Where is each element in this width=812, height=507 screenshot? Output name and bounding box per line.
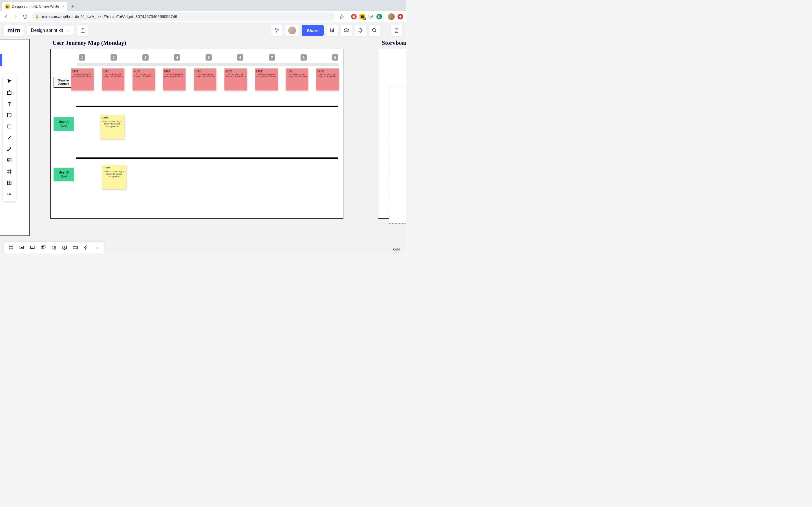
sticky-note-pink[interactable]: STEPstart workshop with designers & faci… bbox=[255, 68, 278, 91]
frames-panel-button[interactable] bbox=[6, 243, 16, 252]
frame-journey-map[interactable]: 1 2 3 4 5 6 7 8 9 Steps in Journey STEPs… bbox=[50, 49, 343, 219]
sticky-tag: STEP bbox=[103, 69, 123, 72]
sticky-tag: HMW bbox=[101, 116, 123, 119]
cards-button[interactable] bbox=[38, 243, 48, 252]
comment-tool[interactable] bbox=[4, 155, 14, 165]
presentation-button[interactable] bbox=[17, 243, 27, 252]
arrow-tool[interactable] bbox=[4, 133, 14, 143]
lock-icon: 🔒 bbox=[35, 15, 39, 18]
board-title-wrap[interactable]: Design sprint kit ☆ bbox=[27, 25, 74, 36]
notifications-button[interactable] bbox=[355, 25, 366, 36]
sticky-note-yellow[interactable]: HMW make miro an integral part of the de… bbox=[100, 115, 124, 139]
sticky-row: STEPstart workshop with designers & faci… bbox=[71, 68, 339, 91]
sticky-note-pink[interactable]: STEPstart workshop with designers & faci… bbox=[286, 68, 308, 91]
sticky-body: start workshop with designers & facilita… bbox=[317, 73, 338, 77]
grid-tool[interactable] bbox=[4, 178, 14, 188]
dashed-placeholder[interactable] bbox=[389, 86, 406, 224]
back-button[interactable] bbox=[3, 13, 9, 20]
svg-rect-5 bbox=[8, 125, 11, 128]
browser-tab-strip: m Design sprint kit, Online White × + bbox=[0, 0, 406, 11]
user-a-goal-label[interactable]: User A Goal bbox=[54, 117, 74, 131]
shape-tool[interactable] bbox=[4, 121, 14, 131]
sticky-note-pink[interactable]: STEPstart workshop with designers & faci… bbox=[316, 68, 339, 91]
divider-line bbox=[76, 106, 338, 107]
frame-title[interactable]: User Journey Map (Monday) bbox=[52, 40, 126, 47]
step-number[interactable]: 9 bbox=[332, 54, 338, 61]
sticky-tag: STEP bbox=[195, 69, 215, 72]
canvas[interactable]: User Journey Map (Monday) 1 2 3 4 5 6 7 … bbox=[0, 22, 406, 253]
star-bookmark-icon[interactable] bbox=[339, 13, 345, 20]
select-tool[interactable] bbox=[4, 76, 14, 87]
user-avatar[interactable] bbox=[285, 25, 299, 36]
sticky-body: start workshop with designers & facilita… bbox=[225, 73, 246, 77]
bolt-button[interactable] bbox=[81, 243, 91, 252]
step-number[interactable]: 3 bbox=[142, 54, 149, 61]
learn-button[interactable] bbox=[341, 25, 352, 36]
step-number[interactable]: 8 bbox=[301, 54, 307, 61]
share-button[interactable]: Share bbox=[302, 25, 324, 36]
sticky-note-yellow[interactable]: HMW make miro an integral part of the de… bbox=[102, 165, 126, 189]
miro-logo[interactable]: miro bbox=[4, 25, 24, 36]
steps-row-label[interactable]: Steps in Journey bbox=[54, 77, 73, 88]
svg-point-10 bbox=[10, 194, 11, 194]
templates-tool[interactable] bbox=[4, 88, 14, 98]
step-number[interactable]: 5 bbox=[206, 54, 212, 61]
sticky-tag: STEP bbox=[317, 69, 338, 72]
step-number[interactable]: 7 bbox=[269, 54, 275, 61]
more-tools[interactable] bbox=[4, 189, 14, 199]
sticky-tag: STEP bbox=[134, 69, 154, 72]
history-button[interactable] bbox=[49, 243, 59, 252]
sticky-body: start workshop with designers & facilita… bbox=[72, 73, 93, 77]
activity-panel-button[interactable] bbox=[391, 25, 402, 36]
sticky-note-pink[interactable]: STEPstart workshop with designers & faci… bbox=[133, 68, 155, 91]
sticky-note-pink[interactable]: STEPstart workshop with designers & faci… bbox=[194, 68, 216, 91]
sticky-note-pink[interactable]: STEPstart workshop with designers & faci… bbox=[163, 68, 186, 91]
reload-button[interactable] bbox=[22, 13, 28, 20]
step-number[interactable]: 1 bbox=[79, 54, 85, 61]
profile-avatar[interactable] bbox=[388, 13, 395, 20]
adblock-icon[interactable]: ◆ bbox=[398, 14, 403, 19]
collapse-toolbar-button[interactable]: ‹‹ bbox=[92, 243, 101, 252]
sticky-tag: STEP bbox=[225, 69, 246, 72]
search-button[interactable] bbox=[369, 25, 380, 36]
sticky-tag: STEP bbox=[287, 69, 307, 72]
sticky-note-pink[interactable]: STEPstart workshop with designers & faci… bbox=[71, 68, 94, 91]
svg-point-1 bbox=[332, 31, 333, 32]
url-input[interactable]: 🔒 miro.com/app/board/o9J_kwA_fxk=/?moveT… bbox=[32, 12, 335, 21]
step-number[interactable]: 2 bbox=[110, 54, 117, 61]
settings-button[interactable] bbox=[326, 25, 338, 36]
user-b-goal-label[interactable]: User B Goal bbox=[54, 168, 74, 181]
export-button[interactable] bbox=[77, 25, 89, 36]
svg-point-8 bbox=[8, 194, 8, 194]
grammarly-icon[interactable]: G bbox=[376, 14, 382, 19]
zoom-level[interactable]: 84% bbox=[393, 247, 400, 252]
sticky-note-pink[interactable]: STEPstart workshop with designers & faci… bbox=[102, 68, 124, 91]
browser-tab[interactable]: m Design sprint kit, Online White × bbox=[2, 2, 67, 11]
star-icon[interactable]: ☆ bbox=[66, 28, 70, 33]
bottom-toolbar: ‹‹ bbox=[4, 242, 104, 253]
tab-title: Design sprint kit, Online White bbox=[12, 4, 59, 8]
frame-tool[interactable] bbox=[4, 166, 14, 177]
sticky-note-tool[interactable] bbox=[4, 110, 14, 120]
pen-tool[interactable] bbox=[4, 144, 14, 154]
sticky-body: start workshop with designers & facilita… bbox=[103, 73, 123, 77]
text-tool[interactable] bbox=[4, 99, 14, 109]
miro-header-left: miro Design sprint kit ☆ bbox=[4, 25, 89, 36]
screen-share-button[interactable] bbox=[60, 243, 69, 252]
frame-title[interactable]: Storyboar bbox=[382, 40, 406, 47]
new-tab-button[interactable]: + bbox=[69, 3, 77, 10]
forward-button[interactable] bbox=[12, 13, 18, 20]
extensions-area: ◉ ▦4 G ◆ bbox=[351, 13, 403, 20]
sticky-note-pink[interactable]: STEPstart workshop with designers & faci… bbox=[224, 68, 247, 91]
tab-close-icon[interactable]: × bbox=[62, 4, 64, 9]
comments-panel-button[interactable] bbox=[28, 243, 37, 252]
step-number[interactable]: 6 bbox=[237, 54, 243, 61]
extension-icon[interactable]: ▦4 bbox=[359, 14, 365, 19]
user-b-text: Goal bbox=[60, 175, 67, 178]
cursor-presence-button[interactable] bbox=[271, 25, 283, 36]
extension-icon[interactable]: ◉ bbox=[351, 14, 357, 19]
pocket-icon[interactable] bbox=[368, 14, 373, 19]
svg-rect-4 bbox=[7, 91, 11, 95]
video-button[interactable] bbox=[70, 243, 80, 252]
step-number[interactable]: 4 bbox=[174, 54, 180, 61]
